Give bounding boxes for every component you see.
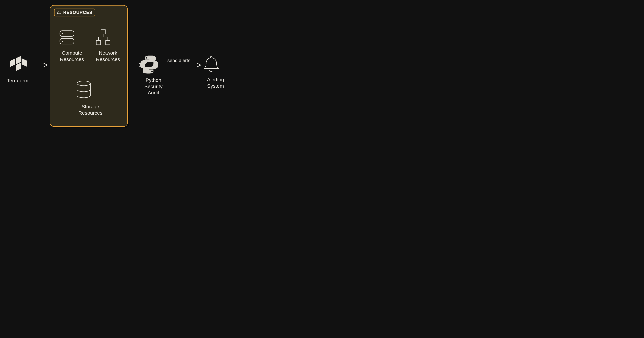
database-icon — [74, 79, 94, 101]
svg-point-9 — [62, 41, 63, 42]
network-icon — [93, 27, 113, 48]
resources-panel-title: RESOURCES — [54, 8, 95, 16]
svg-rect-12 — [106, 40, 110, 45]
svg-point-7 — [62, 33, 63, 34]
svg-marker-0 — [10, 59, 15, 67]
node-compute: Compute Resources — [57, 27, 87, 62]
node-compute-label: Compute Resources — [57, 50, 87, 62]
node-python-audit-label: Python Security Audit — [139, 77, 168, 96]
svg-point-17 — [77, 81, 90, 86]
cloud-icon — [56, 10, 62, 14]
node-storage-label: Storage Resources — [74, 104, 107, 116]
node-terraform: Terraform — [7, 55, 28, 84]
servers-icon — [57, 27, 77, 48]
edge-label-send-alerts: send alerts — [167, 58, 190, 63]
terraform-icon — [7, 55, 27, 75]
svg-marker-3 — [16, 63, 21, 71]
svg-rect-10 — [101, 30, 105, 34]
node-alerting: Alerting System — [201, 54, 230, 89]
resources-panel-title-text: RESOURCES — [63, 10, 92, 15]
node-network: Network Resources — [93, 27, 123, 62]
resources-panel: RESOURCES Compute Resources — [50, 5, 128, 127]
python-icon — [139, 54, 159, 74]
node-alerting-label: Alerting System — [201, 76, 230, 89]
svg-rect-8 — [60, 38, 74, 44]
node-network-label: Network Resources — [93, 50, 123, 62]
node-storage: Storage Resources — [74, 79, 107, 116]
node-python-audit: Python Security Audit — [139, 54, 168, 96]
svg-rect-6 — [60, 31, 74, 36]
diagram-stage: send alerts Terraform RESOURCES — [0, 0, 258, 135]
bell-icon — [201, 54, 221, 74]
node-terraform-label: Terraform — [7, 78, 28, 84]
svg-rect-11 — [96, 40, 100, 45]
